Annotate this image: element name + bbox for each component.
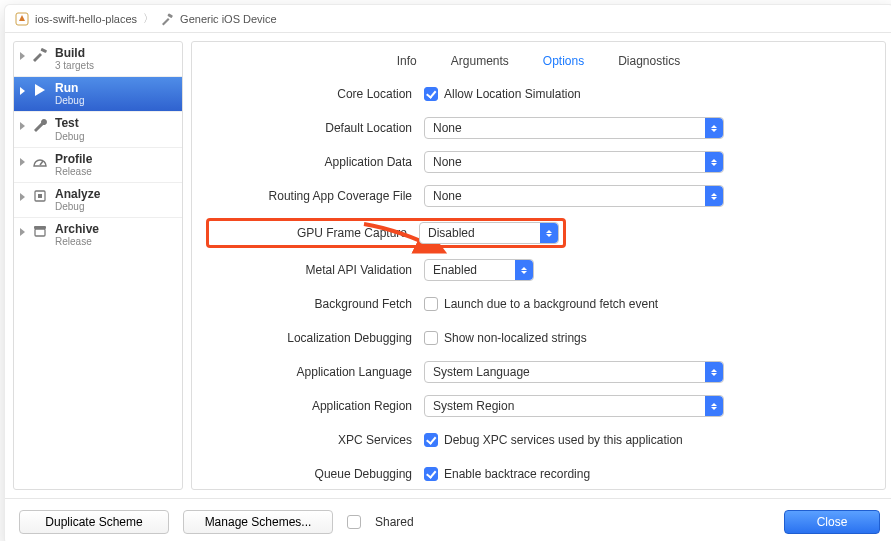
footer-bar: Duplicate Scheme Manage Schemes... Share… xyxy=(5,498,891,541)
chevron-updown-icon xyxy=(705,396,723,416)
breadcrumb: ios-swift-hello-places 〉 Generic iOS Dev… xyxy=(5,5,891,33)
tab-arguments[interactable]: Arguments xyxy=(451,54,509,68)
breadcrumb-project[interactable]: ios-swift-hello-places xyxy=(35,13,137,25)
wrench-icon xyxy=(31,117,49,133)
chevron-right-icon xyxy=(20,193,25,201)
sidebar-item-sub: Debug xyxy=(55,131,84,142)
tab-bar: Info Arguments Options Diagnostics xyxy=(210,54,867,68)
shared-checkbox[interactable] xyxy=(347,515,361,529)
queue-label: Queue Debugging xyxy=(210,467,424,481)
sidebar-item-archive[interactable]: ArchiveRelease xyxy=(14,218,182,252)
sidebar-item-run[interactable]: RunDebug xyxy=(14,77,182,112)
svg-rect-5 xyxy=(38,194,42,198)
svg-line-3 xyxy=(40,161,43,165)
close-button[interactable]: Close xyxy=(784,510,880,534)
chevron-right-icon xyxy=(20,52,25,60)
metal-label: Metal API Validation xyxy=(210,263,424,277)
scheme-sidebar: Build3 targets RunDebug TestDebug Profil… xyxy=(13,41,183,490)
bg-fetch-label: Background Fetch xyxy=(210,297,424,311)
sidebar-item-sub: Debug xyxy=(55,201,100,212)
default-location-select[interactable]: None xyxy=(424,117,724,139)
gpu-label: GPU Frame Capture xyxy=(211,226,419,240)
xpc-label: XPC Services xyxy=(210,433,424,447)
play-icon xyxy=(31,82,49,98)
tab-diagnostics[interactable]: Diagnostics xyxy=(618,54,680,68)
metal-select[interactable]: Enabled xyxy=(424,259,534,281)
sidebar-item-build[interactable]: Build3 targets xyxy=(14,42,182,77)
svg-rect-7 xyxy=(34,226,46,229)
default-location-label: Default Location xyxy=(210,121,424,135)
routing-select[interactable]: None xyxy=(424,185,724,207)
gauge-icon xyxy=(31,153,49,169)
chevron-right-icon xyxy=(20,228,25,236)
chevron-right-icon xyxy=(20,122,25,130)
chevron-updown-icon xyxy=(705,186,723,206)
project-icon xyxy=(15,12,29,26)
loc-debug-checkbox[interactable] xyxy=(424,331,438,345)
shared-label: Shared xyxy=(375,515,414,529)
hammer-icon xyxy=(160,12,174,26)
sidebar-item-analyze[interactable]: AnalyzeDebug xyxy=(14,183,182,218)
sidebar-item-label: Test xyxy=(55,117,84,130)
sidebar-item-profile[interactable]: ProfileRelease xyxy=(14,148,182,183)
sidebar-item-label: Archive xyxy=(55,223,99,236)
svg-rect-2 xyxy=(40,48,47,53)
gpu-frame-highlight: GPU Frame Capture Disabled xyxy=(206,218,566,248)
manage-schemes-button[interactable]: Manage Schemes... xyxy=(183,510,333,534)
analyze-icon xyxy=(31,188,49,204)
sidebar-item-label: Analyze xyxy=(55,188,100,201)
sidebar-item-sub: 3 targets xyxy=(55,60,94,71)
sidebar-item-sub: Debug xyxy=(55,95,84,106)
sidebar-item-sub: Release xyxy=(55,236,99,247)
breadcrumb-separator: 〉 xyxy=(143,11,154,26)
app-region-select[interactable]: System Region xyxy=(424,395,724,417)
bg-fetch-checkbox[interactable] xyxy=(424,297,438,311)
app-lang-select[interactable]: System Language xyxy=(424,361,724,383)
chevron-updown-icon xyxy=(540,223,558,243)
content-area: Build3 targets RunDebug TestDebug Profil… xyxy=(5,33,891,498)
app-data-select[interactable]: None xyxy=(424,151,724,173)
sidebar-item-test[interactable]: TestDebug xyxy=(14,112,182,147)
xpc-checkbox[interactable] xyxy=(424,433,438,447)
tab-options[interactable]: Options xyxy=(543,54,584,68)
xpc-text: Debug XPC services used by this applicat… xyxy=(444,433,683,447)
options-panel: Info Arguments Options Diagnostics Core … xyxy=(191,41,886,490)
svg-rect-6 xyxy=(35,229,45,236)
queue-text: Enable backtrace recording xyxy=(444,467,590,481)
bg-fetch-text: Launch due to a background fetch event xyxy=(444,297,658,311)
chevron-updown-icon xyxy=(515,260,533,280)
app-region-label: Application Region xyxy=(210,399,424,413)
chevron-right-icon xyxy=(20,87,25,95)
duplicate-scheme-button[interactable]: Duplicate Scheme xyxy=(19,510,169,534)
sidebar-item-label: Run xyxy=(55,82,84,95)
sidebar-item-label: Profile xyxy=(55,153,92,166)
loc-debug-label: Localization Debugging xyxy=(210,331,424,345)
app-lang-label: Application Language xyxy=(210,365,424,379)
chevron-updown-icon xyxy=(705,152,723,172)
svg-rect-1 xyxy=(167,13,173,18)
gpu-select[interactable]: Disabled xyxy=(419,222,559,244)
app-data-label: Application Data xyxy=(210,155,424,169)
loc-debug-text: Show non-localized strings xyxy=(444,331,587,345)
breadcrumb-device[interactable]: Generic iOS Device xyxy=(180,13,277,25)
sidebar-item-label: Build xyxy=(55,47,94,60)
sidebar-item-sub: Release xyxy=(55,166,92,177)
tab-info[interactable]: Info xyxy=(397,54,417,68)
chevron-updown-icon xyxy=(705,118,723,138)
allow-location-text: Allow Location Simulation xyxy=(444,87,581,101)
queue-checkbox[interactable] xyxy=(424,467,438,481)
allow-location-checkbox[interactable] xyxy=(424,87,438,101)
chevron-right-icon xyxy=(20,158,25,166)
archive-icon xyxy=(31,223,49,239)
scheme-editor-window: ios-swift-hello-places 〉 Generic iOS Dev… xyxy=(4,4,891,541)
core-location-label: Core Location xyxy=(210,87,424,101)
hammer-icon xyxy=(31,47,49,63)
chevron-updown-icon xyxy=(705,362,723,382)
routing-label: Routing App Coverage File xyxy=(210,189,424,203)
